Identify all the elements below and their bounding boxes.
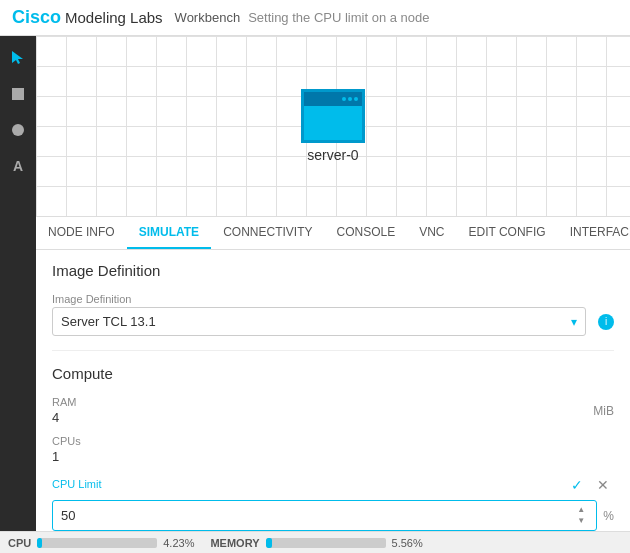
memory-label: MEMORY <box>210 537 259 549</box>
tab-bar: NODE INFO SIMULATE CONNECTIVITY CONSOLE … <box>36 217 630 250</box>
svg-rect-1 <box>12 88 24 100</box>
memory-bar-fill <box>266 538 273 548</box>
image-definition-group: Image Definition Server TCL 13.1 ▾ i <box>52 293 614 336</box>
cpu-limit-section: CPU Limit ✓ ✕ ▲ ▼ <box>52 474 614 531</box>
cpu-limit-label-row: CPU Limit ✓ ✕ <box>52 474 614 496</box>
cpus-label: CPUs <box>52 435 614 447</box>
tab-interfaces[interactable]: INTERFACES <box>558 217 630 249</box>
header-description: Setting the CPU limit on a node <box>248 10 429 25</box>
logo-cisco: Cisco <box>12 7 61 28</box>
stepper-up[interactable]: ▲ <box>574 505 588 515</box>
svg-marker-0 <box>12 51 23 64</box>
cpu-percent: 4.23% <box>163 537 194 549</box>
server-node[interactable]: server-0 <box>301 89 365 163</box>
tab-simulate[interactable]: SIMULATE <box>127 217 211 249</box>
logo-rest: Modeling Labs <box>65 9 163 26</box>
info-icon[interactable]: i <box>598 314 614 330</box>
cpu-limit-stepper[interactable]: ▲ ▼ <box>574 505 588 526</box>
divider <box>52 350 614 351</box>
cpu-limit-input-container: ▲ ▼ <box>52 500 597 531</box>
cpu-limit-actions: ✓ ✕ <box>566 474 614 496</box>
left-toolbar: A <box>0 36 36 531</box>
image-definition-select[interactable]: Server TCL 13.1 ▾ <box>52 307 586 336</box>
tab-vnc[interactable]: VNC <box>407 217 456 249</box>
stepper-down[interactable]: ▼ <box>574 516 588 526</box>
image-definition-title: Image Definition <box>52 262 614 279</box>
circle-tool[interactable] <box>6 118 30 142</box>
server-icon <box>301 89 365 143</box>
header-workbench[interactable]: Workbench <box>175 10 241 25</box>
cpu-bar-fill <box>37 538 42 548</box>
cpu-bar <box>37 538 157 548</box>
cpu-label: CPU <box>8 537 31 549</box>
bottom-panel: NODE INFO SIMULATE CONNECTIVITY CONSOLE … <box>36 216 630 531</box>
ram-value: 4 <box>52 410 585 425</box>
ram-row: RAM 4 MiB <box>52 396 614 425</box>
cpu-limit-input[interactable] <box>61 508 570 523</box>
cpus-row: CPUs 1 <box>52 435 614 464</box>
chevron-down-icon: ▾ <box>571 315 577 329</box>
memory-status: MEMORY 5.56% <box>210 537 422 549</box>
confirm-button[interactable]: ✓ <box>566 474 588 496</box>
node-label: server-0 <box>307 147 358 163</box>
tab-edit-config[interactable]: EDIT CONFIG <box>457 217 558 249</box>
square-tool[interactable] <box>6 82 30 106</box>
cpus-value: 1 <box>52 449 614 464</box>
cpu-limit-unit: % <box>603 509 614 523</box>
compute-title: Compute <box>52 365 614 382</box>
memory-percent: 5.56% <box>392 537 423 549</box>
app-header: Cisco Modeling Labs Workbench Setting th… <box>0 0 630 36</box>
simulate-panel: Image Definition Image Definition Server… <box>36 250 630 531</box>
logo: Cisco Modeling Labs <box>12 7 163 28</box>
image-definition-label: Image Definition <box>52 293 614 305</box>
canvas-area[interactable]: server-0 <box>36 36 630 216</box>
tab-node-info[interactable]: NODE INFO <box>36 217 127 249</box>
text-tool[interactable]: A <box>6 154 30 178</box>
tab-connectivity[interactable]: CONNECTIVITY <box>211 217 324 249</box>
cursor-tool[interactable] <box>6 46 30 70</box>
ram-unit: MiB <box>585 404 614 418</box>
ram-label: RAM <box>52 396 585 408</box>
cpu-status: CPU 4.23% <box>8 537 194 549</box>
cancel-button[interactable]: ✕ <box>592 474 614 496</box>
status-bar: CPU 4.23% MEMORY 5.56% <box>0 531 630 553</box>
cpu-limit-label: CPU Limit <box>52 478 102 490</box>
svg-point-2 <box>12 124 24 136</box>
memory-bar <box>266 538 386 548</box>
tab-console[interactable]: CONSOLE <box>324 217 407 249</box>
image-definition-value: Server TCL 13.1 <box>61 314 571 329</box>
